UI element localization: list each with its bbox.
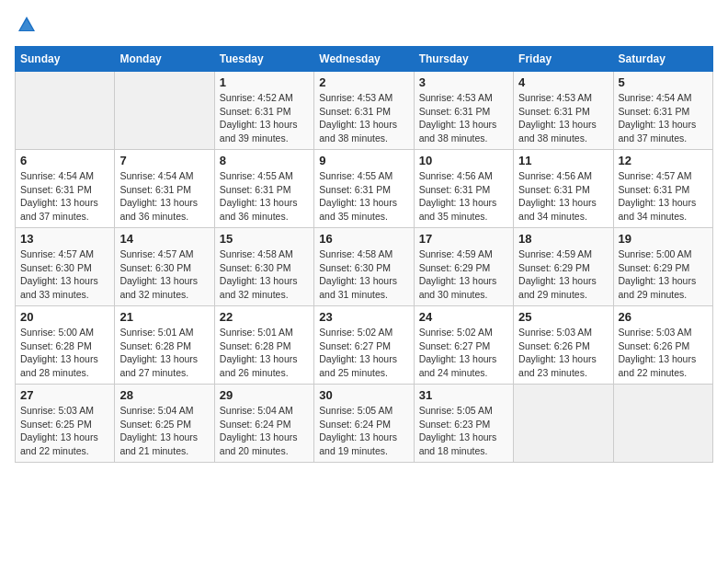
calendar-cell: 8Sunrise: 4:55 AMSunset: 6:31 PMDaylight…: [214, 150, 313, 228]
day-number: 11: [518, 154, 608, 167]
calendar-cell: 31Sunrise: 5:05 AMSunset: 6:23 PMDayligh…: [414, 385, 513, 463]
day-number: 22: [220, 310, 309, 324]
calendar-cell: 18Sunrise: 4:59 AMSunset: 6:29 PMDayligh…: [514, 228, 613, 306]
day-number: 19: [619, 232, 708, 246]
day-number: 9: [319, 154, 408, 167]
day-info: Sunrise: 4:53 AMSunset: 6:31 PMDaylight:…: [419, 91, 508, 145]
day-info: Sunrise: 4:58 AMSunset: 6:30 PMDaylight:…: [220, 247, 309, 302]
calendar-table: SundayMondayTuesdayWednesdayThursdayFrid…: [15, 46, 713, 463]
day-info: Sunrise: 5:00 AMSunset: 6:28 PMDaylight:…: [20, 326, 109, 380]
day-info: Sunrise: 5:04 AMSunset: 6:25 PMDaylight:…: [119, 404, 209, 458]
day-number: 13: [20, 232, 109, 246]
calendar-week-row: 27Sunrise: 5:03 AMSunset: 6:25 PMDayligh…: [16, 385, 713, 463]
day-number: 2: [319, 75, 408, 89]
day-info: Sunrise: 4:57 AMSunset: 6:30 PMDaylight:…: [119, 247, 209, 302]
header-sunday: Sunday: [16, 47, 115, 72]
day-number: 3: [419, 75, 508, 89]
calendar-cell: 20Sunrise: 5:00 AMSunset: 6:28 PMDayligh…: [16, 306, 115, 385]
calendar-cell: [115, 72, 214, 150]
day-info: Sunrise: 4:54 AMSunset: 6:31 PMDaylight:…: [119, 169, 209, 224]
calendar-cell: 19Sunrise: 5:00 AMSunset: 6:29 PMDayligh…: [613, 228, 712, 306]
calendar-cell: 27Sunrise: 5:03 AMSunset: 6:25 PMDayligh…: [16, 385, 115, 463]
day-info: Sunrise: 5:03 AMSunset: 6:26 PMDaylight:…: [518, 326, 608, 380]
day-info: Sunrise: 5:01 AMSunset: 6:28 PMDaylight:…: [119, 326, 209, 380]
day-number: 14: [119, 232, 209, 246]
day-info: Sunrise: 4:54 AMSunset: 6:31 PMDaylight:…: [20, 169, 109, 224]
calendar-cell: 24Sunrise: 5:02 AMSunset: 6:27 PMDayligh…: [414, 306, 513, 385]
calendar-cell: 6Sunrise: 4:54 AMSunset: 6:31 PMDaylight…: [16, 150, 115, 228]
day-info: Sunrise: 5:03 AMSunset: 6:25 PMDaylight:…: [20, 404, 109, 458]
header-friday: Friday: [514, 47, 613, 72]
day-number: 31: [419, 388, 508, 402]
day-number: 15: [220, 232, 309, 246]
calendar-cell: 16Sunrise: 4:58 AMSunset: 6:30 PMDayligh…: [314, 228, 414, 306]
day-number: 20: [20, 310, 109, 324]
day-number: 18: [518, 232, 608, 246]
calendar-header-row: SundayMondayTuesdayWednesdayThursdayFrid…: [16, 47, 713, 72]
calendar-cell: 26Sunrise: 5:03 AMSunset: 6:26 PMDayligh…: [613, 306, 712, 385]
calendar-cell: 4Sunrise: 4:53 AMSunset: 6:31 PMDaylight…: [514, 72, 613, 150]
logo-icon: [17, 15, 37, 35]
calendar-cell: 9Sunrise: 4:55 AMSunset: 6:31 PMDaylight…: [314, 150, 414, 228]
day-number: 6: [20, 154, 109, 167]
day-number: 5: [619, 75, 708, 89]
header-monday: Monday: [115, 47, 214, 72]
calendar-week-row: 6Sunrise: 4:54 AMSunset: 6:31 PMDaylight…: [16, 150, 713, 228]
day-info: Sunrise: 4:55 AMSunset: 6:31 PMDaylight:…: [220, 169, 309, 224]
day-info: Sunrise: 4:56 AMSunset: 6:31 PMDaylight:…: [419, 169, 508, 224]
day-number: 4: [518, 75, 608, 89]
day-info: Sunrise: 4:55 AMSunset: 6:31 PMDaylight:…: [319, 169, 408, 224]
day-info: Sunrise: 4:53 AMSunset: 6:31 PMDaylight:…: [319, 91, 408, 145]
day-number: 12: [619, 154, 708, 167]
header-tuesday: Tuesday: [214, 47, 313, 72]
calendar-cell: [514, 385, 613, 463]
day-info: Sunrise: 5:05 AMSunset: 6:23 PMDaylight:…: [419, 404, 508, 458]
day-info: Sunrise: 4:59 AMSunset: 6:29 PMDaylight:…: [518, 247, 608, 302]
day-number: 21: [119, 310, 209, 324]
day-info: Sunrise: 4:59 AMSunset: 6:29 PMDaylight:…: [419, 247, 508, 302]
day-number: 7: [119, 154, 209, 167]
header-saturday: Saturday: [613, 47, 712, 72]
calendar-cell: 22Sunrise: 5:01 AMSunset: 6:28 PMDayligh…: [214, 306, 313, 385]
day-number: 10: [419, 154, 508, 167]
day-info: Sunrise: 5:00 AMSunset: 6:29 PMDaylight:…: [619, 247, 708, 302]
calendar-cell: 15Sunrise: 4:58 AMSunset: 6:30 PMDayligh…: [214, 228, 313, 306]
calendar-cell: [613, 385, 712, 463]
day-number: 25: [518, 310, 608, 324]
day-number: 17: [419, 232, 508, 246]
day-info: Sunrise: 5:01 AMSunset: 6:28 PMDaylight:…: [220, 326, 309, 380]
calendar-cell: 12Sunrise: 4:57 AMSunset: 6:31 PMDayligh…: [613, 150, 712, 228]
calendar-cell: 7Sunrise: 4:54 AMSunset: 6:31 PMDaylight…: [115, 150, 214, 228]
logo: [15, 15, 37, 35]
day-info: Sunrise: 4:54 AMSunset: 6:31 PMDaylight:…: [619, 91, 708, 145]
calendar-week-row: 1Sunrise: 4:52 AMSunset: 6:31 PMDaylight…: [16, 72, 713, 150]
day-info: Sunrise: 4:53 AMSunset: 6:31 PMDaylight:…: [518, 91, 608, 145]
day-number: 1: [220, 75, 309, 89]
day-number: 29: [220, 388, 309, 402]
calendar-cell: 28Sunrise: 5:04 AMSunset: 6:25 PMDayligh…: [115, 385, 214, 463]
calendar-cell: 29Sunrise: 5:04 AMSunset: 6:24 PMDayligh…: [214, 385, 313, 463]
calendar-cell: 1Sunrise: 4:52 AMSunset: 6:31 PMDaylight…: [214, 72, 313, 150]
calendar-cell: 25Sunrise: 5:03 AMSunset: 6:26 PMDayligh…: [514, 306, 613, 385]
calendar-cell: 17Sunrise: 4:59 AMSunset: 6:29 PMDayligh…: [414, 228, 513, 306]
calendar-cell: 10Sunrise: 4:56 AMSunset: 6:31 PMDayligh…: [414, 150, 513, 228]
calendar-cell: 11Sunrise: 4:56 AMSunset: 6:31 PMDayligh…: [514, 150, 613, 228]
day-info: Sunrise: 4:52 AMSunset: 6:31 PMDaylight:…: [220, 91, 309, 145]
calendar-cell: 30Sunrise: 5:05 AMSunset: 6:24 PMDayligh…: [314, 385, 414, 463]
calendar-cell: 14Sunrise: 4:57 AMSunset: 6:30 PMDayligh…: [115, 228, 214, 306]
day-number: 8: [220, 154, 309, 167]
day-number: 23: [319, 310, 408, 324]
day-number: 16: [319, 232, 408, 246]
calendar-cell: 23Sunrise: 5:02 AMSunset: 6:27 PMDayligh…: [314, 306, 414, 385]
day-info: Sunrise: 5:02 AMSunset: 6:27 PMDaylight:…: [419, 326, 508, 380]
day-info: Sunrise: 5:03 AMSunset: 6:26 PMDaylight:…: [619, 326, 708, 380]
day-info: Sunrise: 5:04 AMSunset: 6:24 PMDaylight:…: [220, 404, 309, 458]
day-info: Sunrise: 5:02 AMSunset: 6:27 PMDaylight:…: [319, 326, 408, 380]
day-number: 30: [319, 388, 408, 402]
page-header: [15, 15, 713, 35]
day-number: 26: [619, 310, 708, 324]
calendar-cell: 2Sunrise: 4:53 AMSunset: 6:31 PMDaylight…: [314, 72, 414, 150]
day-info: Sunrise: 4:57 AMSunset: 6:30 PMDaylight:…: [20, 247, 109, 302]
calendar-cell: 13Sunrise: 4:57 AMSunset: 6:30 PMDayligh…: [16, 228, 115, 306]
calendar-cell: 21Sunrise: 5:01 AMSunset: 6:28 PMDayligh…: [115, 306, 214, 385]
